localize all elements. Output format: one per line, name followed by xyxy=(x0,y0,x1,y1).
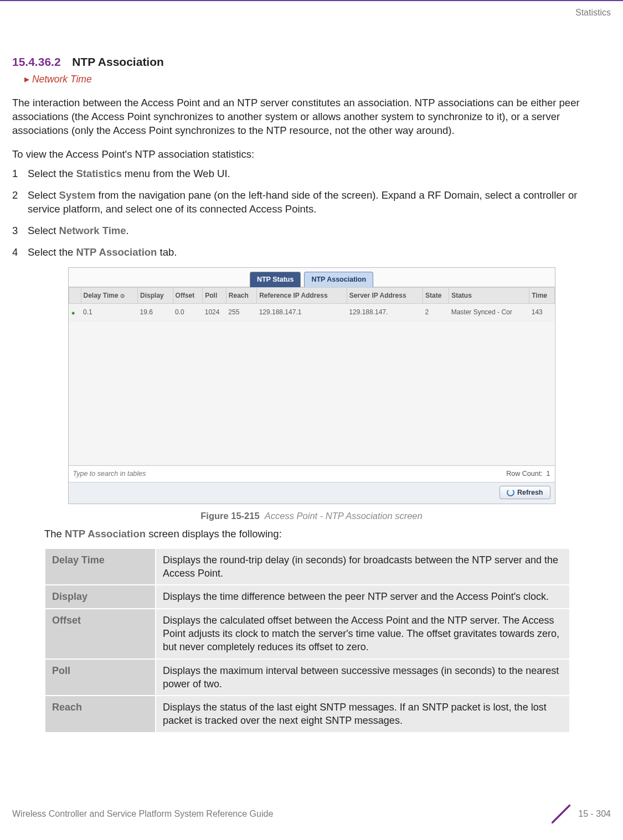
col-reach[interactable]: Reach xyxy=(226,287,256,303)
cell-offset: 0.0 xyxy=(173,303,203,321)
desc-val-offset: Displays the calculated offset between t… xyxy=(156,609,570,659)
cell-display: 19.6 xyxy=(138,303,173,321)
page-category: Statistics xyxy=(575,7,611,19)
screenshot-panel: NTP Status NTP Association Delay Time ⊙ … xyxy=(68,267,555,504)
tab-ntp-association[interactable]: NTP Association xyxy=(304,272,373,287)
desc-key-offset: Offset xyxy=(45,609,156,659)
slash-icon xyxy=(552,805,570,823)
keyword-statistics: Statistics xyxy=(76,168,121,179)
lead-paragraph: To view the Access Point's NTP associati… xyxy=(12,148,611,162)
table-row: Delay Time Displays the round-trip delay… xyxy=(45,548,570,585)
table-row: Reach Displays the status of the last ei… xyxy=(45,696,570,733)
col-poll[interactable]: Poll xyxy=(203,287,226,303)
refresh-icon xyxy=(507,489,514,496)
page-number: 15 - 304 xyxy=(578,808,611,820)
col-time[interactable]: Time xyxy=(529,287,554,303)
desc-key-reach: Reach xyxy=(45,696,156,733)
figure-caption: Figure 15-215 Access Point - NTP Associa… xyxy=(12,510,611,522)
table-row: Display Displays the time difference bet… xyxy=(45,585,570,608)
desc-key-delay-time: Delay Time xyxy=(45,548,156,585)
row-count: Row Count: 1 xyxy=(506,469,550,479)
cell-status: Master Synced - Cor xyxy=(449,303,529,321)
cell-poll: 1024 xyxy=(203,303,226,321)
col-offset[interactable]: Offset xyxy=(173,287,203,303)
col-state[interactable]: State xyxy=(423,287,449,303)
col-status[interactable]: Status xyxy=(449,287,529,303)
cell-delay-time: 0.1 xyxy=(81,303,138,321)
desc-val-poll: Displays the maximum interval between su… xyxy=(156,659,570,696)
tab-ntp-status[interactable]: NTP Status xyxy=(250,272,301,287)
cell-state: 2 xyxy=(423,303,449,321)
step-3: 3 Select Network Time. xyxy=(12,224,611,238)
col-ref-ip[interactable]: Reference IP Address xyxy=(257,287,347,303)
step-4: 4 Select the NTP Association tab. xyxy=(12,246,611,260)
desc-val-reach: Displays the status of the last eight SN… xyxy=(156,696,570,733)
step-1: 1 Select the Statistics menu from the We… xyxy=(12,167,611,181)
field-description-table: Delay Time Displays the round-trip delay… xyxy=(44,548,570,733)
table-row[interactable]: ⬥ 0.1 19.6 0.0 1024 255 129.188.147.1 12… xyxy=(69,303,554,321)
ntp-association-table: Delay Time ⊙ Display Offset Poll Reach R… xyxy=(69,287,555,465)
desc-key-display: Display xyxy=(45,585,156,608)
keyword-ntp-association: NTP Association xyxy=(76,246,157,258)
section-number: 15.4.36.2 xyxy=(12,55,61,68)
desc-key-poll: Poll xyxy=(45,659,156,696)
row-marker-icon: ⬥ xyxy=(69,303,81,321)
cell-server-ip: 129.188.147. xyxy=(347,303,423,321)
footer-left: Wireless Controller and Service Platform… xyxy=(12,808,273,820)
search-input[interactable] xyxy=(73,470,228,478)
section-title: NTP Association xyxy=(72,55,164,68)
section-heading: 15.4.36.2 NTP Association xyxy=(12,54,611,70)
breadcrumb[interactable]: ▸ Network Time xyxy=(24,73,611,86)
keyword-system: System xyxy=(59,189,96,201)
table-row: Offset Displays the calculated offset be… xyxy=(45,609,570,659)
col-server-ip[interactable]: Server IP Address xyxy=(347,287,423,303)
desc-val-display: Displays the time difference between the… xyxy=(156,585,570,608)
sort-indicator-icon: ⊙ xyxy=(120,293,125,299)
col-delay-time[interactable]: Delay Time ⊙ xyxy=(81,287,138,303)
breadcrumb-label: Network Time xyxy=(32,74,92,85)
post-figure-line: The NTP Association screen displays the … xyxy=(44,527,611,541)
breadcrumb-arrow-icon: ▸ xyxy=(24,74,29,85)
keyword-network-time: Network Time xyxy=(59,225,126,236)
cell-ref-ip: 129.188.147.1 xyxy=(257,303,347,321)
step-2: 2 Select System from the navigation pane… xyxy=(12,189,611,216)
desc-val-delay-time: Displays the round-trip delay (in second… xyxy=(156,548,570,585)
refresh-button[interactable]: Refresh xyxy=(500,486,550,499)
col-display[interactable]: Display xyxy=(138,287,173,303)
cell-time: 143 xyxy=(529,303,554,321)
intro-paragraph: The interaction between the Access Point… xyxy=(12,96,611,138)
table-row: Poll Displays the maximum interval betwe… xyxy=(45,659,570,696)
cell-reach: 255 xyxy=(226,303,256,321)
